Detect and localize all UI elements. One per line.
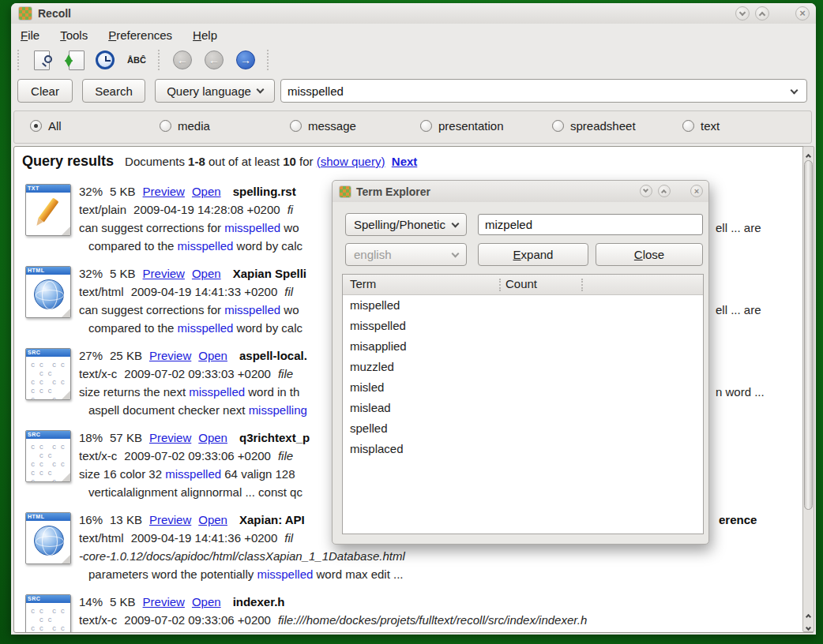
snippet-text: word max edit ... [313, 567, 403, 581]
file-type-badge: SRC [26, 431, 70, 439]
txt-file-icon: TXT [25, 184, 71, 236]
highlighted-term: misspelled [178, 239, 234, 253]
title-fragment: erence [719, 511, 757, 529]
highlighted-term: misspelling [249, 403, 307, 417]
preview-link[interactable]: Preview [143, 185, 185, 198]
src-file-icon: SRCc c c c c c c c c c c c c c c [25, 430, 71, 482]
term-table-row[interactable]: misspelled [343, 316, 703, 336]
open-link[interactable]: Open [192, 185, 221, 198]
relevance-percent: 32% [79, 185, 103, 198]
scroll-down-button[interactable] [803, 619, 814, 630]
search-input[interactable] [287, 80, 781, 101]
results-scrollbar[interactable] [802, 146, 814, 632]
document-title: Xapian: API [239, 513, 305, 526]
filter-radio-spreadsheet[interactable]: spreadsheet [552, 119, 636, 133]
open-link[interactable]: Open [192, 267, 221, 280]
clear-button[interactable]: Clear [17, 79, 73, 103]
term-table-row[interactable]: mislead [343, 398, 703, 418]
previous-page-button[interactable]: ← [202, 48, 226, 72]
column-header-count[interactable]: Count [505, 277, 537, 290]
sort-parameters-button[interactable] [62, 48, 85, 72]
term-table-row[interactable]: muzzled [343, 357, 703, 377]
preview-link[interactable]: Preview [143, 595, 185, 608]
snippet-line: size returns the next misspelled word in… [79, 383, 299, 401]
first-page-button[interactable]: ← [171, 48, 194, 72]
pencil-icon [38, 197, 58, 222]
highlighted-term: misspelled [224, 303, 280, 316]
term-table-row[interactable]: misapplied [343, 336, 703, 357]
preview-link[interactable]: Preview [149, 513, 191, 526]
maximize-button[interactable] [755, 6, 769, 21]
file-size: 5 KB [110, 267, 136, 280]
scroll-up-button[interactable] [803, 148, 814, 159]
term-explorer-button[interactable]: ÅBĈ [125, 48, 148, 72]
mime-type: text/plain [79, 203, 126, 216]
shade-button[interactable] [735, 6, 750, 21]
close-dialog-button[interactable]: Close [596, 243, 703, 266]
snippet-text: -core-1.0.12/docs/apidoc/html/classXapia… [79, 549, 405, 563]
expansion-mode-dropdown[interactable]: Spelling/Phonetic [345, 213, 467, 236]
dialog-shade-button[interactable] [640, 185, 652, 197]
term-input[interactable] [479, 215, 702, 234]
term-table-row[interactable]: misplaced [343, 439, 703, 459]
show-query-link[interactable]: (show query) [317, 155, 385, 168]
underline-letter: F [21, 28, 28, 42]
query-language-dropdown[interactable]: Query language [155, 79, 275, 103]
close-button[interactable]: × [795, 6, 810, 21]
snippet-text: can suggest corrections for [79, 303, 224, 316]
open-link[interactable]: Open [192, 595, 221, 608]
globe-icon [34, 279, 64, 309]
title-bar[interactable]: Recoll × [11, 3, 816, 24]
filter-radio-all[interactable]: All [30, 119, 62, 133]
timestamp: 2009-07-02 09:33:06 +0200 [124, 449, 271, 462]
menu-file[interactable]: File [21, 28, 39, 42]
open-link[interactable]: Open [198, 513, 227, 526]
result-meta-line: text/html2009-04-19 14:41:33 +0200fil [79, 283, 293, 301]
chevron-up-icon [759, 12, 765, 18]
search-button[interactable]: Search [82, 79, 145, 103]
term-table-header[interactable]: Term Count [343, 275, 703, 295]
menu-tools[interactable]: Tools [60, 28, 88, 42]
filter-radio-message[interactable]: message [290, 119, 356, 133]
filter-radio-text[interactable]: text [682, 119, 720, 133]
open-link[interactable]: Open [198, 349, 227, 362]
mime-type: text/html [79, 285, 124, 298]
dialog-title: Term Explorer [356, 185, 430, 198]
toolbar-handle[interactable] [158, 50, 161, 70]
advanced-search-button[interactable] [30, 48, 54, 72]
result-row: SRCc c c c c c c c c c c c c c c14%5 KBP… [19, 591, 813, 633]
term-table-row[interactable]: misled [343, 377, 703, 398]
scrollbar-thumb[interactable] [804, 160, 813, 510]
term-table-row[interactable]: mispelled [343, 295, 703, 316]
column-header-term[interactable]: Term [350, 277, 376, 290]
toolbar-handle[interactable] [267, 50, 270, 70]
snippet-line: can suggest corrections for misspelled w… [79, 301, 299, 319]
next-page-button[interactable]: → [234, 48, 257, 72]
radio-icon [290, 120, 302, 132]
menu-help[interactable]: Help [193, 28, 217, 42]
term-table-row[interactable]: spelled [343, 418, 703, 439]
result-range: 1-8 [188, 155, 205, 168]
open-link[interactable]: Open [198, 431, 227, 444]
filter-radio-media[interactable]: media [160, 119, 210, 133]
html-file-icon: HTML [25, 512, 71, 564]
search-combobox[interactable] [280, 79, 807, 103]
filter-radio-presentation[interactable]: presentation [420, 119, 504, 133]
expand-button[interactable]: Expand [478, 243, 588, 266]
recoll-app-icon [19, 7, 32, 20]
dialog-maximize-button[interactable] [658, 185, 671, 197]
menu-preferences[interactable]: Preferences [108, 28, 172, 42]
file-url: file [278, 367, 293, 380]
document-history-button[interactable] [93, 48, 117, 72]
preview-link[interactable]: Preview [149, 431, 191, 444]
next-page-link[interactable]: Next [392, 155, 418, 168]
dialog-close-button[interactable]: × [690, 185, 703, 197]
scroll-up-button-2[interactable] [803, 608, 814, 619]
preview-link[interactable]: Preview [143, 267, 185, 280]
term-input-box[interactable] [478, 214, 703, 235]
toolbar-handle[interactable] [17, 50, 21, 70]
chevron-down-icon[interactable] [791, 87, 799, 95]
dialog-title-bar[interactable]: Term Explorer × [333, 181, 708, 202]
highlighted-term: misspelled [189, 385, 245, 399]
preview-link[interactable]: Preview [149, 349, 191, 362]
